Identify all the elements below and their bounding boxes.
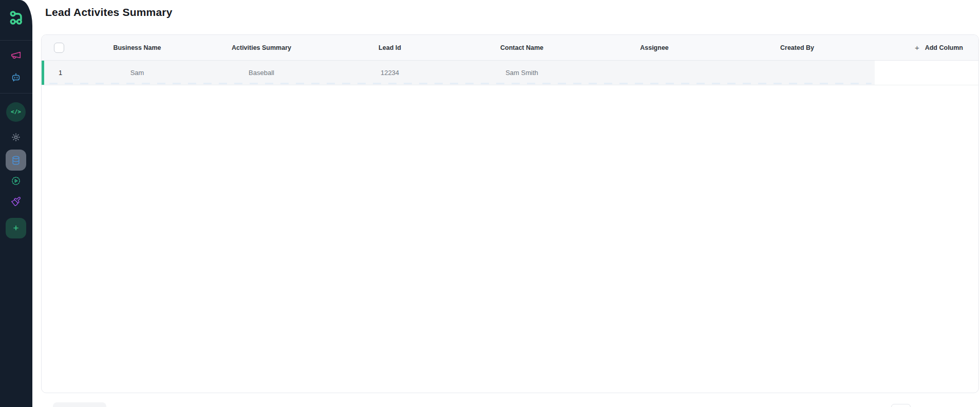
column-header-business-name[interactable]: Business Name (77, 44, 198, 51)
plus-icon: + (915, 44, 919, 51)
table-row-strip: 1 Sam Baseball 12234 Sam Smith (42, 61, 875, 85)
add-column-label: Add Column (925, 44, 963, 51)
plus-icon: + (13, 223, 18, 233)
select-all-cell (42, 43, 77, 53)
sidebar: </> + (0, 0, 32, 407)
sidebar-item-data-tables[interactable] (6, 150, 26, 171)
row-number: 1 (44, 69, 77, 77)
column-header-created-by[interactable]: Created By (720, 44, 875, 51)
page-title: Lead Activites Summary (45, 6, 173, 18)
pagination-page-button[interactable] (891, 404, 911, 407)
cell-business-name[interactable]: Sam (77, 69, 198, 77)
code-icon[interactable]: </> (6, 102, 26, 122)
paintbrush-icon[interactable] (11, 196, 21, 207)
column-header-assignee[interactable]: Assignee (589, 44, 720, 51)
sidebar-add-button[interactable]: + (6, 218, 26, 238)
cell-lead-id[interactable]: 12234 (325, 69, 455, 77)
sidebar-divider (0, 40, 32, 41)
column-header-lead-id[interactable]: Lead Id (325, 44, 455, 51)
main-content: Lead Activites Summary Business Name Act… (32, 0, 980, 407)
data-table: Business Name Activities Summary Lead Id… (41, 34, 979, 393)
select-all-checkbox[interactable] (54, 43, 64, 53)
cell-contact-name[interactable]: Sam Smith (455, 69, 589, 77)
megaphone-icon[interactable] (10, 49, 22, 61)
pagination-previous-button[interactable] (53, 402, 106, 407)
column-header-contact-name[interactable]: Contact Name (455, 44, 589, 51)
column-header-activities-summary[interactable]: Activities Summary (198, 44, 325, 51)
table-header: Business Name Activities Summary Lead Id… (42, 35, 978, 61)
cell-activities-summary[interactable]: Baseball (198, 69, 325, 77)
automation-gear-icon[interactable] (11, 176, 21, 186)
sidebar-divider (0, 93, 32, 94)
table-row[interactable]: 1 Sam Baseball 12234 Sam Smith (42, 61, 978, 85)
settings-gear-icon[interactable] (11, 133, 21, 142)
app-logo-icon[interactable] (9, 10, 23, 26)
code-glyph: </> (11, 108, 21, 115)
database-icon (11, 155, 21, 165)
robot-chat-icon[interactable] (10, 72, 22, 83)
add-column-button[interactable]: + Add Column (875, 44, 978, 51)
